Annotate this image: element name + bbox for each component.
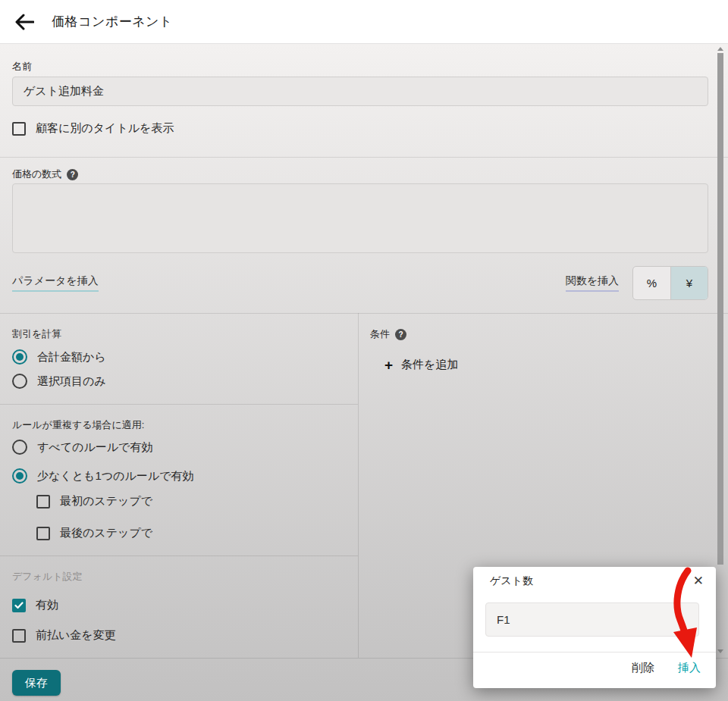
checkbox-change-prepayment[interactable]: 前払い金を変更 (12, 628, 116, 643)
back-arrow-icon[interactable] (14, 11, 35, 33)
section-divider (0, 157, 728, 158)
checkbox-unchecked-icon (36, 495, 50, 509)
radio-unselected-icon (12, 440, 27, 455)
insert-button[interactable]: 挿入 (676, 658, 702, 678)
add-condition-label: 条件を追加 (401, 358, 458, 372)
unit-yen-button[interactable]: ¥ (670, 267, 708, 299)
checkbox-first-step[interactable]: 最初のステップで (36, 494, 152, 509)
section-divider (0, 313, 728, 314)
insert-parameter-link[interactable]: パラメータを挿入 (12, 274, 99, 292)
checkbox-unchecked-icon (12, 629, 26, 643)
scrollbar-down-arrow-icon[interactable] (717, 649, 723, 653)
dialog-formula-input[interactable] (485, 602, 699, 637)
radio-label: すべてのルールで有効 (37, 440, 152, 455)
checkbox-label: 最初のステップで (60, 494, 152, 509)
page-header: 価格コンポーネント (0, 0, 728, 44)
scrollbar (717, 44, 724, 658)
checkbox-last-step[interactable]: 最後のステップで (36, 526, 152, 540)
radio-valid-all-rules[interactable]: すべてのルールで有効 (12, 440, 152, 455)
plus-icon: + (384, 358, 393, 372)
unit-toggle-group: % ¥ (632, 266, 708, 300)
scrollbar-up-arrow-icon[interactable] (717, 47, 723, 51)
formula-tools-row: パラメータを挿入 関数を挿入 % ¥ (12, 266, 708, 299)
dialog-actions: 削除 挿入 (630, 658, 702, 678)
name-label: 名前 (12, 60, 32, 74)
radio-label: 少なくとも1つのルールで有効 (37, 469, 194, 484)
discount-section-title: 割引を計算 (12, 327, 61, 341)
column-divider (358, 313, 359, 658)
conditions-title: 条件 (370, 327, 390, 341)
checkbox-label: 有効 (36, 598, 58, 612)
checkbox-checked-icon (12, 599, 26, 612)
formula-label-row: 価格の数式 ? (12, 167, 78, 181)
add-condition-button[interactable]: + 条件を追加 (384, 358, 458, 372)
conditions-label-row: 条件 ? (370, 327, 406, 341)
left-column-divider (0, 404, 358, 405)
help-icon[interactable]: ? (67, 169, 78, 180)
radio-unselected-icon (12, 374, 27, 389)
checkbox-label: 前払い金を変更 (36, 628, 116, 643)
radio-selected-icon (12, 349, 27, 365)
dialog-title: ゲスト数 (490, 574, 533, 588)
checkbox-label: 最後のステップで (60, 526, 152, 540)
unit-percent-button[interactable]: % (633, 267, 670, 299)
delete-button[interactable]: 削除 (630, 658, 656, 678)
radio-selected-icon (12, 468, 27, 484)
formula-label: 価格の数式 (12, 167, 61, 181)
name-input[interactable] (12, 77, 708, 106)
insert-function-link[interactable]: 関数を挿入 (566, 274, 619, 292)
close-icon[interactable]: ✕ (690, 571, 707, 590)
formula-textarea[interactable] (12, 183, 708, 253)
page-title: 価格コンポーネント (52, 13, 173, 30)
radio-total-amount[interactable]: 合計金額から (12, 349, 106, 365)
overlap-section-title: ルールが重複する場合に適用: (12, 418, 144, 432)
guest-count-dialog: ゲスト数 ✕ 削除 挿入 (473, 567, 716, 688)
left-column-divider (0, 555, 358, 556)
checkbox-enabled[interactable]: 有効 (12, 598, 58, 612)
help-icon[interactable]: ? (395, 329, 406, 340)
dialog-divider (473, 652, 716, 652)
customer-title-checkbox-row[interactable]: 顧客に別のタイトルを表示 (12, 121, 174, 136)
checkbox-unchecked-icon (12, 122, 26, 136)
save-button[interactable]: 保存 (12, 670, 61, 696)
checkbox-unchecked-icon (36, 527, 50, 540)
radio-valid-at-least-one-rule[interactable]: 少なくとも1つのルールで有効 (12, 468, 194, 484)
defaults-section-title: デフォルト設定 (12, 570, 83, 584)
radio-label: 選択項目のみ (37, 374, 106, 389)
customer-title-label: 顧客に別のタイトルを表示 (36, 121, 174, 136)
radio-selected-items-only[interactable]: 選択項目のみ (12, 374, 106, 389)
scrollbar-thumb[interactable] (717, 53, 723, 565)
radio-label: 合計金額から (37, 350, 106, 365)
